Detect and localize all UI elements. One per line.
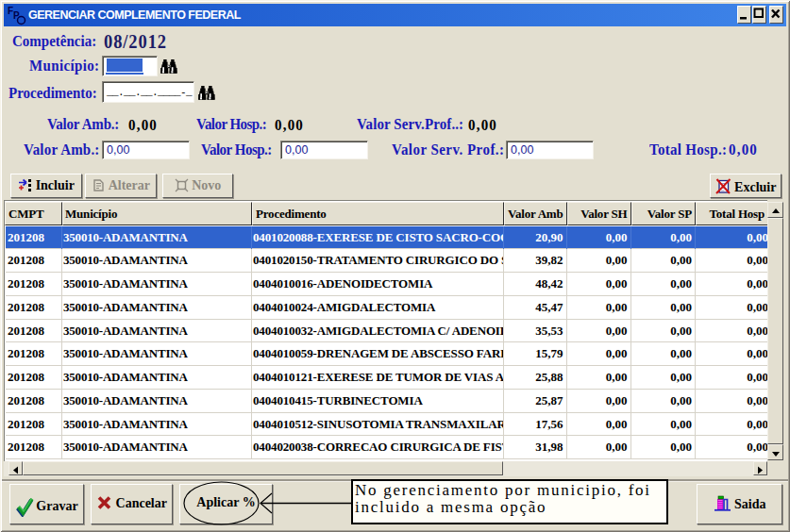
- svg-text:P: P: [13, 10, 20, 21]
